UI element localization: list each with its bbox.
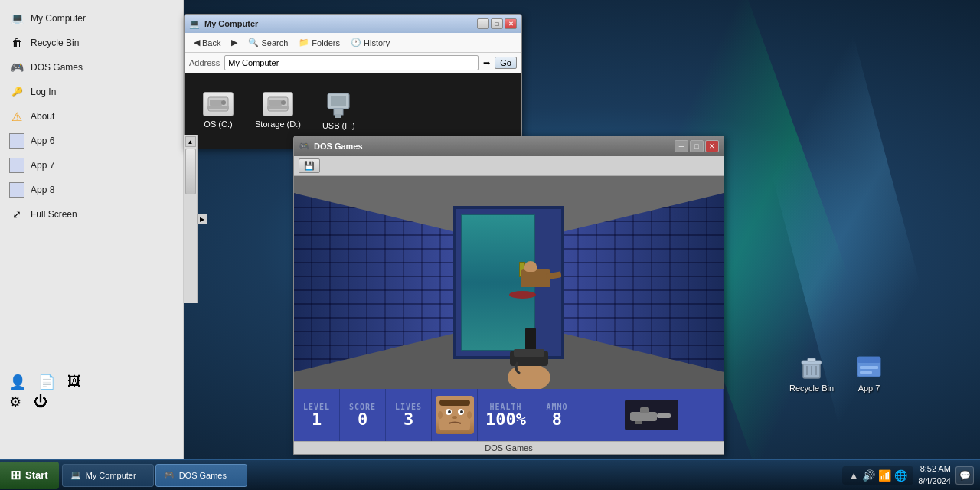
taskbar-task-dos-games[interactable]: 🎮 DOS Games	[155, 464, 247, 487]
hd-icon-c	[203, 92, 234, 116]
hud-face-section	[432, 389, 478, 441]
start-button[interactable]: ⊞ Start	[0, 462, 59, 489]
drive-c-label: OS (C:)	[204, 119, 232, 129]
folders-button[interactable]: 📁 Folders	[294, 36, 345, 49]
hd-icon-d	[263, 92, 293, 116]
sidebar-item-about[interactable]: ⚠ About	[0, 104, 183, 129]
app7-desktop-label: App 7	[858, 384, 880, 393]
sidebar-item-recycle-bin[interactable]: 🗑 Recycle Bin	[0, 31, 183, 55]
app8-icon: □	[9, 182, 24, 198]
sidebar-item-app8[interactable]: □ App 8	[0, 178, 183, 202]
notification-button[interactable]: 💬	[956, 466, 974, 485]
dos-window-controls: ─ □ ✕	[675, 140, 719, 152]
address-bar: Address ➡ Go	[185, 53, 521, 74]
usb-svg	[325, 92, 352, 118]
address-input[interactable]	[224, 55, 479, 70]
tray-up-icon[interactable]: ▲	[848, 469, 859, 482]
scrollbar-panel: ▲ ▶	[184, 135, 198, 303]
maximize-button[interactable]: □	[491, 18, 503, 29]
sidebar-item-app7[interactable]: □ App 7	[0, 153, 183, 178]
dos-maximize-button[interactable]: □	[690, 140, 704, 152]
search-icon: 🔍	[248, 38, 259, 47]
my-computer-toolbar: ◀ Back ▶ 🔍 Search 📁 Folders 🕐 History	[185, 33, 521, 53]
svg-rect-3	[210, 107, 227, 109]
globe-icon[interactable]: 🌐	[894, 469, 907, 482]
svg-point-19	[448, 410, 451, 413]
address-label: Address	[189, 58, 220, 67]
gun-svg	[483, 320, 575, 389]
drive-d-label: Storage (D:)	[255, 119, 301, 129]
settings-icon[interactable]: ⚙	[9, 394, 21, 410]
sidebar-item-app6[interactable]: □ App 6	[0, 129, 183, 153]
svg-rect-5	[270, 100, 282, 106]
notification-icon: 💬	[959, 470, 971, 481]
hud-gun-icon	[625, 400, 678, 430]
minimize-button[interactable]: ─	[477, 18, 489, 29]
dos-game-viewport[interactable]	[294, 176, 724, 389]
recycle-bin-desktop-icon[interactable]: Recycle Bin	[781, 348, 842, 396]
sidebar: 💻 My Computer 🗑 Recycle Bin 🎮 DOS Games …	[0, 0, 184, 459]
svg-rect-1	[210, 100, 222, 106]
drive-item-f[interactable]: USB (F:)	[319, 89, 358, 133]
power-icon[interactable]: ⏻	[34, 394, 47, 410]
scroll-right-button[interactable]: ▶	[197, 214, 207, 224]
my-computer-titlebar: 💻 My Computer ─ □ ✕	[185, 15, 521, 33]
dos-games-title: DOS Games	[314, 142, 363, 151]
my-computer-icon: 💻	[9, 11, 24, 26]
sidebar-item-label: App 8	[31, 185, 54, 195]
recycle-bin-desktop-label: Recycle Bin	[789, 384, 834, 393]
clock-time: 8:52 AM	[918, 463, 951, 475]
svg-rect-28	[635, 421, 642, 424]
taskbar-tasks: 💻 My Computer 🎮 DOS Games	[62, 464, 843, 487]
log-in-icon: 🔑	[9, 84, 24, 100]
search-button[interactable]: 🔍 Search	[243, 36, 292, 49]
back-button[interactable]: ◀ Back	[189, 36, 225, 49]
svg-rect-38	[860, 371, 872, 374]
sidebar-item-label: Log In	[31, 87, 56, 97]
taskbar-my-computer-icon: 💻	[70, 470, 81, 480]
sidebar-item-log-in[interactable]: 🔑 Log In	[0, 80, 183, 104]
recycle-bin-svg	[797, 352, 826, 381]
dos-close-button[interactable]: ✕	[705, 140, 719, 152]
svg-rect-22	[439, 400, 470, 406]
svg-rect-10	[334, 109, 343, 115]
network-icon[interactable]: 📶	[878, 469, 891, 482]
app7-icon: □	[9, 158, 24, 173]
scroll-thumb[interactable]	[185, 149, 196, 194]
history-button[interactable]: 🕐 History	[346, 36, 394, 49]
svg-rect-36	[858, 357, 880, 363]
sidebar-item-label: Full Screen	[31, 209, 77, 220]
dos-minimize-button[interactable]: ─	[675, 140, 688, 152]
svg-rect-15	[514, 349, 544, 357]
windows-logo-icon: ⊞	[11, 468, 21, 482]
sidebar-item-dos-games[interactable]: 🎮 DOS Games	[0, 55, 183, 80]
svg-rect-9	[331, 96, 346, 106]
sidebar-item-label: DOS Games	[31, 62, 83, 73]
close-button[interactable]: ✕	[505, 18, 517, 29]
fullscreen-icon: ⤢	[9, 207, 24, 222]
image-icon[interactable]: 🖼	[67, 374, 81, 390]
go-arrow-icon: ➡	[483, 58, 490, 68]
save-disk-icon: 💾	[304, 161, 315, 170]
wolf-scene	[294, 176, 724, 389]
hud-face	[436, 396, 474, 434]
user-icon[interactable]: 👤	[9, 374, 26, 390]
scroll-up-button[interactable]: ▲	[185, 136, 196, 147]
sidebar-item-my-computer[interactable]: 💻 My Computer	[0, 6, 183, 31]
app7-desktop-icon[interactable]: App 7	[838, 348, 900, 396]
sidebar-item-label: About	[31, 111, 54, 122]
go-button[interactable]: Go	[495, 57, 517, 69]
dos-save-button[interactable]: 💾	[299, 158, 320, 173]
svg-point-21	[452, 416, 457, 419]
document-icon[interactable]: 📄	[38, 374, 55, 390]
forward-button[interactable]: ▶	[227, 36, 242, 49]
drive-item-c[interactable]: OS (C:)	[200, 89, 237, 133]
my-computer-window: 💻 My Computer ─ □ ✕ ◀ Back ▶ 🔍 Search	[184, 14, 522, 149]
taskbar-task-my-computer[interactable]: 💻 My Computer	[62, 464, 154, 487]
player-gun	[483, 320, 575, 389]
dos-games-icon: 🎮	[9, 60, 24, 75]
volume-icon[interactable]: 🔊	[862, 469, 875, 482]
sidebar-item-fullscreen[interactable]: ⤢ Full Screen	[0, 202, 183, 227]
history-icon: 🕐	[351, 38, 361, 47]
drive-item-d[interactable]: Storage (D:)	[252, 89, 304, 133]
